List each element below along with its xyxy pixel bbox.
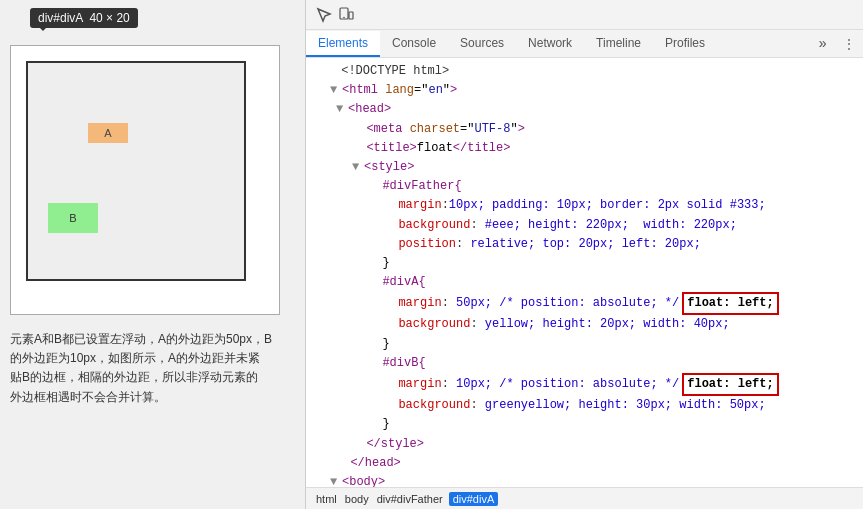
desc-line3: 贴B的边框，相隔的外边距，所以非浮动元素的 xyxy=(10,370,258,384)
code-head-open: ▼ <head> xyxy=(306,100,863,119)
div-a: A xyxy=(88,123,128,143)
inspect-icon[interactable] xyxy=(314,5,334,25)
devtools-tabs: Elements Console Sources Network Timelin… xyxy=(306,30,863,58)
devtools-panel: Elements Console Sources Network Timelin… xyxy=(305,0,863,509)
code-doctype: <!DOCTYPE html> xyxy=(306,62,863,81)
div-father: A B xyxy=(26,61,246,281)
left-panel: div#divA 40 × 20 A B 元素A和B都已设置左浮动，A的外边距为… xyxy=(0,0,305,509)
tab-sources[interactable]: Sources xyxy=(448,31,516,57)
code-css-margin: margin:10px; padding: 10px; border: 2px … xyxy=(306,196,863,215)
code-css-diva-sel: #divA{ xyxy=(306,273,863,292)
tooltip-dimensions: 40 × 20 xyxy=(89,11,129,25)
tab-elements[interactable]: Elements xyxy=(306,31,380,57)
tab-timeline[interactable]: Timeline xyxy=(584,31,653,57)
devtools-toolbar xyxy=(306,0,863,30)
code-css-pos: position: relative; top: 20px; left: 20p… xyxy=(306,235,863,254)
code-style-open: ▼ <style> xyxy=(306,158,863,177)
desc-line4: 外边框相遇时不会合并计算。 xyxy=(10,390,166,404)
desc-line2: 的外边距为10px，如图所示，A的外边距并未紧 xyxy=(10,351,260,365)
tabs-menu-icon[interactable]: ⋮ xyxy=(835,32,863,57)
breadcrumb-body[interactable]: body xyxy=(343,493,371,505)
demo-area: A B xyxy=(10,45,280,315)
code-css-divb-bg: background: greenyellow; height: 30px; w… xyxy=(306,396,863,415)
element-tooltip: div#divA 40 × 20 xyxy=(30,8,138,28)
breadcrumb-diva[interactable]: div#divA xyxy=(449,492,499,506)
desc-line1: 元素A和B都已设置左浮动，A的外边距为50px，B xyxy=(10,332,272,346)
breadcrumb-divfather[interactable]: div#divFather xyxy=(375,493,445,505)
code-css-divb-sel: #divB{ xyxy=(306,354,863,373)
div-b: B xyxy=(48,203,98,233)
breadcrumb-html[interactable]: html xyxy=(314,493,339,505)
code-meta: <meta charset="UTF-8"> xyxy=(306,120,863,139)
description: 元素A和B都已设置左浮动，A的外边距为50px，B 的外边距为10px，如图所示… xyxy=(10,330,280,407)
tabs-overflow-icon[interactable]: » xyxy=(811,31,835,57)
code-css-bg: background: #eee; height: 220px; width: … xyxy=(306,216,863,235)
code-panel[interactable]: <!DOCTYPE html> ▼ <html lang="en"> ▼ <he… xyxy=(306,58,863,487)
device-icon[interactable] xyxy=(336,5,356,25)
code-head-close: </head> xyxy=(306,454,863,473)
code-style-close: </style> xyxy=(306,435,863,454)
code-css-close2: } xyxy=(306,335,863,354)
code-html-open: ▼ <html lang="en"> xyxy=(306,81,863,100)
code-body-open: ▼ <body> xyxy=(306,473,863,487)
svg-point-2 xyxy=(343,16,345,18)
tab-profiles[interactable]: Profiles xyxy=(653,31,717,57)
breadcrumb: html body div#divFather div#divA xyxy=(306,487,863,509)
tooltip-element: div#divA xyxy=(38,11,83,25)
code-css-divfather-sel: #divFather{ xyxy=(306,177,863,196)
code-css-diva-bg: background: yellow; height: 20px; width:… xyxy=(306,315,863,334)
code-css-divb-margin: margin: 10px; /* position: absolute; */ … xyxy=(306,373,863,396)
code-css-close1: } xyxy=(306,254,863,273)
svg-rect-1 xyxy=(349,12,353,19)
code-css-close3: } xyxy=(306,415,863,434)
code-css-diva-margin: margin: 50px; /* position: absolute; */ … xyxy=(306,292,863,315)
code-title: <title>float</title> xyxy=(306,139,863,158)
tab-console[interactable]: Console xyxy=(380,31,448,57)
tab-network[interactable]: Network xyxy=(516,31,584,57)
